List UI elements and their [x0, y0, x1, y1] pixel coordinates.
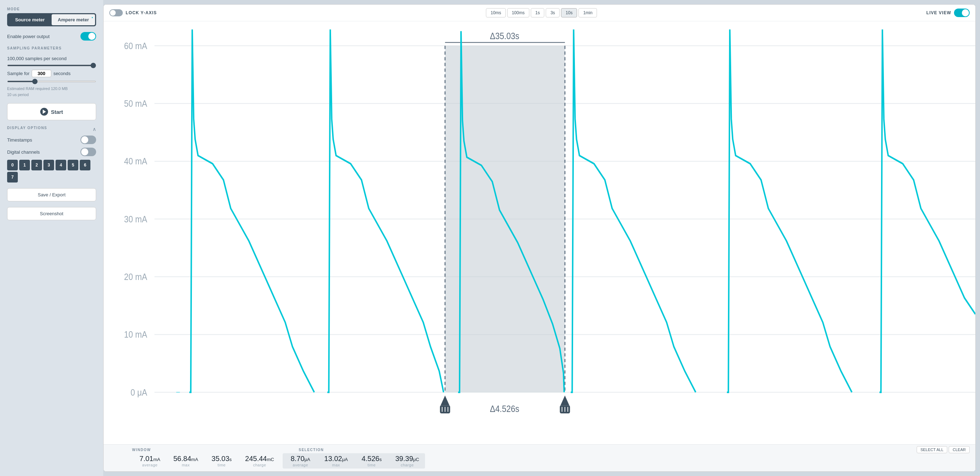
channel-buttons-row: 01234567 — [7, 160, 96, 182]
timestamps-toggle[interactable] — [80, 136, 96, 144]
channel-btn-1[interactable]: 1 — [19, 160, 30, 170]
channel-btn-3[interactable]: 3 — [43, 160, 54, 170]
digital-channels-label: Digital channels — [7, 149, 40, 155]
display-section: DISPLAY OPTIONS ∧ Timestamps Digital cha… — [7, 126, 96, 182]
save-export-button[interactable]: Save / Export — [7, 188, 96, 202]
sample-for-slider-container — [7, 81, 96, 82]
sidebar: MODE Source meter Ampere meter Enable po… — [0, 0, 103, 476]
time-btn-10ms[interactable]: 10ms — [486, 8, 506, 17]
samples-slider-container — [7, 65, 96, 66]
start-button[interactable]: Start — [7, 103, 96, 120]
select-all-button[interactable]: SELECT ALL — [916, 446, 948, 453]
svg-marker-20 — [441, 396, 449, 405]
channel-btn-4[interactable]: 4 — [56, 160, 66, 170]
chart-toolbar: LOCK Y-AXIS 10ms100ms1s3s10s1min LIVE VI… — [103, 5, 975, 21]
clear-button[interactable]: CLEAR — [949, 446, 970, 453]
mode-toggle: Source meter Ampere meter — [7, 13, 96, 26]
window-average: 7.01mA average — [132, 453, 168, 468]
sel-max: 13.02μA max — [318, 453, 354, 468]
sample-for-row: Sample for 300 seconds — [7, 70, 96, 77]
sample-for-unit: seconds — [53, 71, 70, 76]
svg-text:Δ35.03s: Δ35.03s — [490, 31, 519, 41]
play-icon — [40, 108, 48, 116]
svg-text:Δ4.526s: Δ4.526s — [490, 403, 519, 413]
chart-area[interactable]: 60 mA 50 mA 40 mA 30 mA 20 mA 10 mA 0 μA… — [103, 21, 975, 444]
time-btn-10s[interactable]: 10s — [561, 8, 577, 17]
time-btn-3s[interactable]: 3s — [546, 8, 560, 17]
chart-svg: 60 mA 50 mA 40 mA 30 mA 20 mA 10 mA 0 μA… — [103, 21, 975, 444]
svg-text:40 mA: 40 mA — [124, 156, 147, 166]
svg-text:30 mA: 30 mA — [124, 214, 147, 224]
time-buttons: 10ms100ms1s3s10s1min — [486, 8, 597, 17]
svg-marker-25 — [561, 396, 569, 405]
svg-text:0 μA: 0 μA — [130, 387, 147, 397]
source-meter-btn[interactable]: Source meter — [8, 14, 52, 25]
lock-y-label: LOCK Y-AXIS — [126, 10, 157, 15]
time-btn-100ms[interactable]: 100ms — [507, 8, 529, 17]
channel-btn-5[interactable]: 5 — [68, 160, 78, 170]
sel-time: 4.526s time — [354, 453, 390, 468]
svg-text:10 mA: 10 mA — [124, 329, 147, 340]
mode-label: MODE — [7, 7, 96, 11]
ram-info: Estimated RAM required 120.0 MB 10 us pe… — [7, 86, 96, 97]
window-section-label: WINDOW — [132, 448, 296, 452]
digital-channels-row: Digital channels — [7, 148, 96, 156]
svg-text:50 mA: 50 mA — [124, 98, 147, 108]
window-charge: 245.44mC charge — [240, 453, 280, 468]
selection-section-label: SELECTION — [299, 448, 914, 452]
sel-average: 8.70μA average — [283, 453, 318, 468]
enable-power-toggle[interactable] — [80, 32, 96, 41]
stats-bar: WINDOW SELECTION SELECT ALL CLEAR 7.01mA… — [103, 444, 975, 471]
lock-y-row: LOCK Y-AXIS — [109, 9, 157, 16]
window-stats: 7.01mA average 56.84mA max 35.03s time 2… — [132, 453, 280, 468]
sample-for-slider[interactable] — [7, 81, 96, 82]
svg-text:60 mA: 60 mA — [124, 41, 147, 51]
window-time: 35.03s time — [204, 453, 240, 468]
ampere-meter-btn[interactable]: Ampere meter — [52, 14, 95, 25]
sampling-section: SAMPLING PARAMETERS 100,000 samples per … — [7, 46, 96, 97]
selection-stats: 8.70μA average 13.02μA max 4.526s time 3… — [283, 453, 425, 468]
screenshot-button[interactable]: Screenshot — [7, 207, 96, 220]
main-panel: LOCK Y-AXIS 10ms100ms1s3s10s1min LIVE VI… — [103, 4, 976, 472]
window-max: 56.84mA max — [168, 453, 204, 468]
channel-btn-2[interactable]: 2 — [31, 160, 42, 170]
start-label: Start — [51, 109, 63, 115]
chevron-up-icon[interactable]: ∧ — [92, 126, 96, 132]
enable-power-label: Enable power output — [7, 34, 49, 39]
channel-btn-0[interactable]: 0 — [7, 160, 18, 170]
display-header: DISPLAY OPTIONS ∧ — [7, 126, 96, 132]
stats-bottom-row: 7.01mA average 56.84mA max 35.03s time 2… — [103, 453, 975, 471]
enable-power-row: Enable power output — [7, 32, 96, 41]
digital-channels-toggle[interactable] — [80, 148, 96, 156]
live-view-row: LIVE VIEW — [926, 8, 970, 17]
sample-for-input[interactable]: 300 — [32, 70, 51, 77]
timestamps-label: Timestamps — [7, 137, 32, 143]
live-view-label: LIVE VIEW — [926, 10, 951, 15]
mode-section: MODE Source meter Ampere meter — [7, 7, 96, 26]
channel-btn-6[interactable]: 6 — [80, 160, 91, 170]
sample-for-label: Sample for — [7, 71, 30, 76]
sampling-label: SAMPLING PARAMETERS — [7, 46, 96, 50]
lock-y-toggle[interactable] — [109, 9, 123, 16]
time-btn-1s[interactable]: 1s — [531, 8, 545, 17]
time-btn-1min[interactable]: 1min — [579, 8, 597, 17]
timestamps-row: Timestamps — [7, 136, 96, 144]
sel-charge: 39.39μC charge — [390, 453, 425, 468]
samples-per-second: 100,000 samples per second — [7, 56, 96, 61]
display-options-label: DISPLAY OPTIONS — [7, 126, 47, 130]
channel-btn-7[interactable]: 7 — [7, 172, 18, 182]
svg-text:20 mA: 20 mA — [124, 272, 147, 282]
samples-slider[interactable] — [7, 65, 96, 66]
live-view-toggle[interactable] — [954, 8, 970, 17]
